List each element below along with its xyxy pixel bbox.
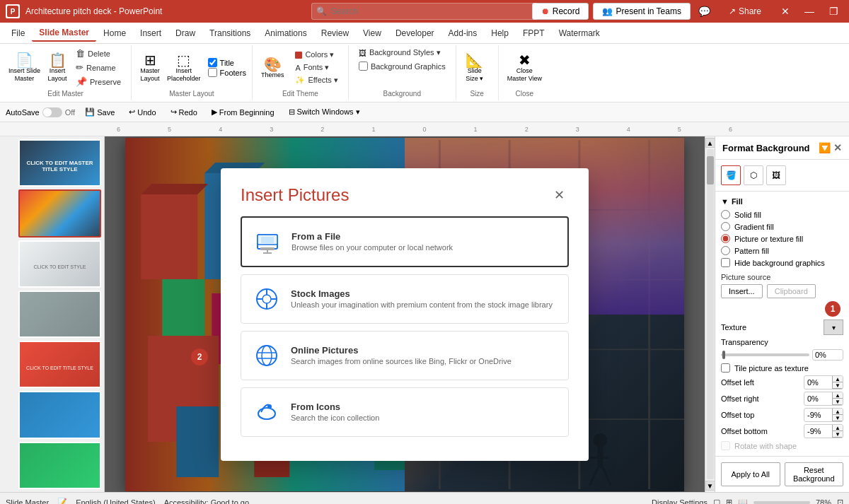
gradient-fill-option[interactable]: Gradient fill xyxy=(721,222,843,231)
tab-transitions[interactable]: Transitions xyxy=(202,25,258,41)
offset-top-input[interactable]: -9% ▲ ▼ xyxy=(804,408,843,422)
tab-slide-master[interactable]: Slide Master xyxy=(32,25,96,42)
tile-picture-checkbox[interactable] xyxy=(721,363,730,373)
preserve-button[interactable]: 📌 Preserve xyxy=(71,75,125,88)
offset-top-spinner[interactable]: ▲ ▼ xyxy=(832,409,843,421)
present-in-teams-button[interactable]: 👥 Present in Teams xyxy=(593,3,691,20)
master-layout-button[interactable]: ⊞ MasterLayout xyxy=(137,52,163,84)
insert-layout-button[interactable]: 📋 InsertLayout xyxy=(45,52,70,84)
tab-home[interactable]: Home xyxy=(96,25,133,41)
offset-left-input[interactable]: 0% ▲ ▼ xyxy=(804,375,843,389)
pattern-fill-radio[interactable] xyxy=(721,246,730,255)
offset-left-spinner[interactable]: ▲ ▼ xyxy=(832,376,843,389)
insert-slide-master-button[interactable]: 📄 Insert SlideMaster xyxy=(6,52,43,84)
tile-picture-option[interactable]: Tile picture as texture xyxy=(721,363,843,373)
slide-thumb-4[interactable] xyxy=(18,291,101,338)
tab-insert[interactable]: Insert xyxy=(133,25,168,41)
reading-view-btn[interactable]: 📖 xyxy=(738,498,748,504)
image-fill-icon-btn[interactable]: 🖼 xyxy=(766,165,786,185)
insert-picture-button[interactable]: Insert... xyxy=(721,284,763,298)
comments-button[interactable]: 💬 xyxy=(695,1,715,21)
tab-draw[interactable]: Draw xyxy=(168,25,202,41)
undo-button[interactable]: ↩ Undo xyxy=(125,106,160,118)
zoom-slider[interactable] xyxy=(753,501,810,504)
slide-thumb-2[interactable]: 1 xyxy=(18,189,101,237)
tab-addins[interactable]: Add-ins xyxy=(441,25,485,41)
close-button[interactable]: ✕ xyxy=(775,1,795,21)
delete-button[interactable]: 🗑 Delete xyxy=(71,47,125,60)
fonts-button[interactable]: A Fonts ▾ xyxy=(291,61,342,74)
display-settings-label[interactable]: Display Settings xyxy=(652,498,708,505)
normal-view-btn[interactable]: ▢ xyxy=(713,498,720,504)
slide-thumb-1[interactable]: CLICK TO EDIT MASTER TITLE STYLE xyxy=(18,139,101,187)
fill-section-title[interactable]: ▼ Fill xyxy=(721,197,843,206)
title-checkbox[interactable]: Title xyxy=(208,58,246,67)
minimize-button[interactable]: — xyxy=(799,1,819,21)
rename-button[interactable]: ✏ Rename xyxy=(71,61,125,74)
picture-texture-radio[interactable] xyxy=(721,234,730,243)
background-styles-button[interactable]: 🖼 Background Styles ▾ xyxy=(354,47,445,59)
offset-right-input[interactable]: 0% ▲ ▼ xyxy=(804,392,843,406)
hide-bg-graphics-checkbox[interactable] xyxy=(721,258,730,267)
offset-bottom-input[interactable]: -9% ▲ ▼ xyxy=(804,424,843,438)
redo-button[interactable]: ↪ Redo xyxy=(166,106,202,118)
reset-background-button[interactable]: Reset Background xyxy=(785,462,844,486)
scroll-down-button[interactable]: ▼ xyxy=(705,481,715,491)
dialog-option-stock[interactable]: Stock Images Unleash your imagination wi… xyxy=(241,274,569,324)
search-bar[interactable]: 🔍 xyxy=(311,3,538,20)
dialog-option-from-file[interactable]: From a File Browse files on your compute… xyxy=(241,216,569,267)
themes-button[interactable]: 🎨 Themes xyxy=(258,56,287,80)
tab-fppt[interactable]: FPPT xyxy=(516,25,552,41)
tab-watermark[interactable]: Watermark xyxy=(552,25,607,41)
clipboard-button[interactable]: Clipboard xyxy=(767,284,816,298)
offset-left-down[interactable]: ▼ xyxy=(833,382,843,389)
tab-file[interactable]: File xyxy=(4,25,32,41)
texture-selector[interactable]: ▾ xyxy=(824,320,843,335)
dialog-option-online[interactable]: Online Pictures Search images from onlin… xyxy=(241,331,569,380)
dialog-option-icons[interactable]: From Icons Search the icon collection xyxy=(241,387,569,437)
tab-view[interactable]: View xyxy=(356,25,388,41)
record-button[interactable]: ⏺ Record xyxy=(532,3,589,20)
scroll-track[interactable] xyxy=(707,149,714,479)
colors-button[interactable]: Colors ▾ xyxy=(291,49,342,61)
save-button[interactable]: 💾 Save xyxy=(81,106,119,118)
gradient-fill-radio[interactable] xyxy=(721,222,730,231)
close-master-view-button[interactable]: ✖ CloseMaster View xyxy=(504,52,545,84)
slide-sorter-btn[interactable]: ⊞ xyxy=(726,498,732,504)
slide-thumb-3[interactable]: CLICK TO EDIT STYLE xyxy=(18,240,101,288)
slide-thumb-5[interactable]: CLICK TO EDIT TITLE STYLE xyxy=(18,341,101,388)
insert-placeholder-button[interactable]: ⬚ InsertPlaceholder xyxy=(164,52,204,84)
solid-fill-radio[interactable] xyxy=(721,210,730,219)
tab-help[interactable]: Help xyxy=(484,25,516,41)
panel-collapse-button[interactable]: 🔽 xyxy=(819,142,831,153)
rotate-with-shape-checkbox[interactable] xyxy=(721,441,730,450)
offset-top-down[interactable]: ▼ xyxy=(833,415,843,421)
solid-fill-option[interactable]: Solid fill xyxy=(721,210,843,219)
picture-texture-option[interactable]: Picture or texture fill xyxy=(721,234,843,243)
tab-review[interactable]: Review xyxy=(314,25,356,41)
rotate-with-shape-option[interactable]: Rotate with shape xyxy=(721,441,843,450)
vertical-scrollbar[interactable]: ▲ ▼ xyxy=(705,136,715,492)
slide-thumb-7[interactable] xyxy=(18,442,101,489)
dialog-close-button[interactable]: ✕ xyxy=(549,185,569,205)
search-input[interactable] xyxy=(331,4,515,19)
apply-to-all-button[interactable]: Apply to All xyxy=(721,462,780,486)
tab-animations[interactable]: Animations xyxy=(258,25,313,41)
from-beginning-button[interactable]: ▶ From Beginning xyxy=(207,106,279,118)
autosave-toggle[interactable]: AutoSave Off xyxy=(6,107,75,117)
scroll-thumb[interactable] xyxy=(707,156,714,184)
slide-size-button[interactable]: 📐 SlideSize ▾ xyxy=(462,52,487,84)
offset-bottom-down[interactable]: ▼ xyxy=(833,431,843,438)
maximize-button[interactable]: ❐ xyxy=(824,1,843,21)
transparency-slider[interactable] xyxy=(721,353,809,356)
switch-windows-button[interactable]: ⊟ Switch Windows ▾ xyxy=(284,106,364,118)
pattern-fill-option[interactable]: Pattern fill xyxy=(721,246,843,255)
autosave-switch[interactable] xyxy=(42,107,62,117)
hide-bg-graphics-button[interactable]: Background Graphics xyxy=(354,60,450,72)
offset-right-spinner[interactable]: ▲ ▼ xyxy=(832,392,843,405)
shape-fill-icon-btn[interactable]: ⬡ xyxy=(744,165,763,185)
panel-close-button[interactable]: ✕ xyxy=(833,142,842,153)
transparency-input[interactable]: 0% xyxy=(812,349,843,361)
tab-developer[interactable]: Developer xyxy=(388,25,441,41)
fit-to-window-btn[interactable]: ⊡ xyxy=(837,498,843,504)
